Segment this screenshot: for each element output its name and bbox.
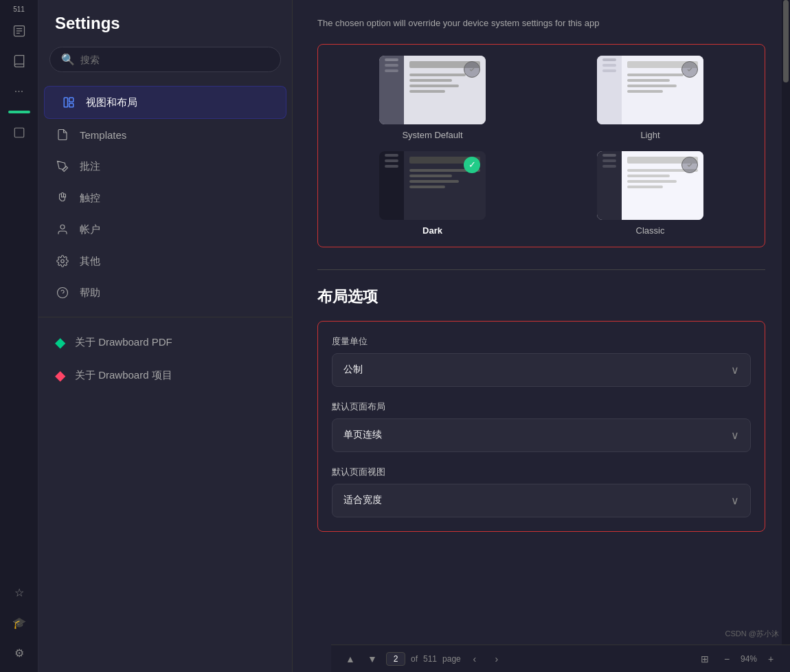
page-layout-label: 默认页面布局 (332, 401, 751, 413)
svg-rect-4 (14, 128, 24, 137)
theme-grid: System Default (317, 44, 765, 247)
theme-label-dark: Dark (422, 225, 442, 236)
sidebar-item-about-projects[interactable]: ◆ 关于 Drawboard 项目 (38, 359, 292, 392)
sidebar-item-about-pdf[interactable]: ◆ 关于 Drawboard PDF (38, 326, 292, 359)
page-view-arrow: ∨ (731, 494, 739, 507)
theme-check-system-default (464, 61, 480, 78)
layout-section-title: 布局选项 (317, 287, 765, 307)
page-down-button[interactable]: ▼ (364, 651, 381, 667)
watermark: CSDN @苏小沐 (725, 629, 779, 639)
measurement-unit-value: 公制 (343, 363, 363, 376)
svg-rect-5 (64, 98, 67, 107)
page-layout-dropdown[interactable]: 单页连续 ∨ (332, 418, 751, 452)
svg-point-8 (60, 225, 65, 229)
search-box[interactable]: 🔍 (49, 47, 281, 72)
settings-panel: The chosen option will override your dev… (293, 0, 790, 645)
sidebar-item-label-touch: 触控 (80, 192, 100, 205)
next-page-button[interactable]: › (488, 651, 505, 667)
page-up-button[interactable]: ▲ (342, 651, 359, 667)
about-projects-label: 关于 Drawboard 项目 (75, 369, 172, 382)
settings-sidebar: Settings 🔍 视图和布局 (38, 0, 293, 672)
sidebar-item-other[interactable]: 其他 (38, 245, 292, 277)
theme-card-light[interactable]: Light (547, 56, 754, 140)
sidebar-item-account[interactable]: 帐户 (38, 214, 292, 245)
prev-page-button[interactable]: ‹ (466, 651, 483, 667)
icon-sidebar: 511 ··· ☆ 🎓 ⚙ (0, 0, 38, 672)
zoom-out-button[interactable]: − (719, 651, 735, 667)
theme-card-dark[interactable]: ✓ Dark (329, 151, 536, 236)
scrollbar[interactable] (782, 0, 790, 645)
measurement-unit-arrow: ∨ (731, 363, 739, 377)
page-layout-arrow: ∨ (731, 429, 739, 442)
sidebar-icon-book[interactable] (5, 47, 33, 75)
scrollbar-thumb (783, 0, 789, 82)
sidebar-item-label-help: 帮助 (80, 287, 100, 300)
theme-card-system-default[interactable]: System Default (329, 56, 536, 140)
sidebar-item-touch[interactable]: 触控 (38, 182, 292, 214)
theme-preview-classic (597, 151, 703, 220)
layout-options-box: 度量单位 公制 ∨ 默认页面布局 单页连续 ∨ 默认页面视图 (317, 321, 765, 532)
theme-check-classic (681, 157, 698, 173)
sidebar-item-label-templates: Templates (80, 129, 126, 141)
option-group-measurement: 度量单位 公制 ∨ (332, 335, 751, 387)
page-view-dropdown[interactable]: 适合宽度 ∨ (332, 484, 751, 517)
sidebar-icon-settings[interactable]: ⚙ (5, 639, 33, 667)
pen-icon (55, 159, 70, 174)
counter-badge: 511 (13, 5, 25, 13)
theme-card-classic[interactable]: Classic (547, 151, 754, 236)
preview-sidebar-dark (379, 151, 404, 220)
theme-preview-light (597, 56, 703, 124)
sidebar-icon-dots[interactable]: ··· (5, 78, 33, 105)
grid-view-button[interactable]: ⊞ (697, 651, 713, 667)
zoom-level: 94% (741, 654, 757, 664)
page-number-input[interactable] (386, 652, 405, 666)
svg-rect-7 (69, 104, 74, 107)
sidebar-item-label-other: 其他 (80, 255, 100, 268)
help-icon (55, 285, 70, 300)
sidebar-item-label-annotation: 批注 (80, 160, 100, 173)
drawboard-projects-icon: ◆ (55, 367, 65, 383)
sidebar-item-view-layout[interactable]: 视图和布局 (44, 86, 286, 119)
page-layout-value: 单页连续 (343, 429, 382, 441)
option-group-page-layout: 默认页面布局 单页连续 ∨ (332, 401, 751, 452)
option-group-page-view: 默认页面视图 适合宽度 ∨ (332, 466, 751, 517)
sidebar-item-help[interactable]: 帮助 (38, 277, 292, 309)
sidebar-icon-star[interactable]: ☆ (5, 579, 33, 606)
settings-description: The chosen option will override your dev… (317, 16, 661, 30)
page-view-label: 默认页面视图 (332, 466, 751, 478)
theme-preview-dark: ✓ (379, 151, 486, 220)
svg-rect-6 (69, 98, 74, 102)
template-icon (55, 127, 70, 142)
page-of-label: of (411, 654, 418, 664)
theme-label-system-default: System Default (402, 130, 462, 140)
sidebar-item-templates[interactable]: Templates (38, 119, 292, 150)
measurement-unit-label: 度量单位 (332, 335, 751, 348)
sidebar-item-annotation[interactable]: 批注 (38, 150, 292, 182)
touch-icon (55, 190, 70, 205)
drawboard-pdf-icon: ◆ (55, 334, 65, 350)
measurement-unit-dropdown[interactable]: 公制 ∨ (332, 353, 751, 387)
sidebar-icon-page[interactable] (5, 119, 33, 146)
sidebar-icon-document[interactable] (5, 17, 33, 45)
theme-check-light (681, 61, 698, 78)
search-icon: 🔍 (61, 53, 75, 66)
total-pages: 511 (423, 654, 437, 664)
page-label: page (442, 654, 461, 664)
bottom-bar: ▲ ▼ of 511 page ‹ › ⊞ − 94% + (331, 645, 790, 672)
preview-sidebar-light (597, 56, 622, 124)
sidebar-item-label-account: 帐户 (80, 223, 100, 236)
svg-point-10 (58, 288, 68, 298)
settings-title: Settings (38, 14, 292, 47)
sidebar-icon-cap[interactable]: 🎓 (5, 609, 33, 636)
svg-point-9 (61, 260, 65, 263)
zoom-in-button[interactable]: + (763, 651, 779, 667)
theme-check-dark: ✓ (464, 157, 480, 173)
theme-preview-system-default (379, 56, 486, 124)
section-divider (317, 269, 765, 270)
page-view-value: 适合宽度 (343, 494, 382, 506)
search-input[interactable] (80, 54, 269, 65)
main-content: ✕ The chosen option will override your d… (293, 0, 790, 672)
gear-icon (55, 254, 70, 269)
theme-label-classic: Classic (636, 225, 665, 236)
nav-divider (38, 317, 292, 317)
